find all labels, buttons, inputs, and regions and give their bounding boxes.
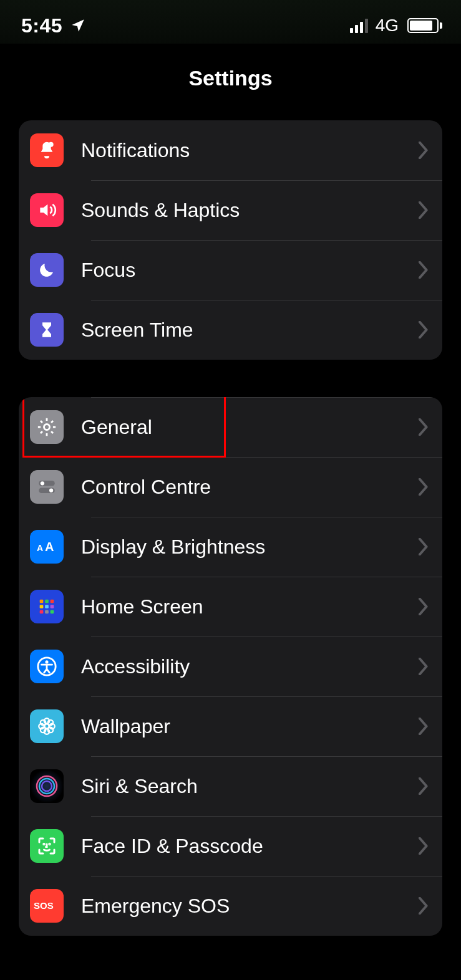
hourglass-icon xyxy=(30,313,64,347)
chevron-right-icon xyxy=(419,478,429,496)
chevron-right-icon xyxy=(419,142,429,159)
status-left: 5:45 xyxy=(21,14,86,37)
switches-icon xyxy=(30,470,64,504)
svg-point-0 xyxy=(49,142,54,147)
row-accessibility[interactable]: Accessibility xyxy=(19,637,442,696)
row-label: Screen Time xyxy=(81,319,419,342)
svg-line-6 xyxy=(41,421,42,423)
page-title: Settings xyxy=(0,66,461,90)
svg-line-7 xyxy=(51,431,53,433)
row-display[interactable]: AA Display & Brightness xyxy=(19,517,442,577)
svg-point-39 xyxy=(44,843,45,845)
svg-rect-22 xyxy=(40,610,44,614)
svg-point-38 xyxy=(42,781,52,791)
svg-point-1 xyxy=(44,424,49,430)
title-bar: Settings xyxy=(0,44,461,120)
svg-line-8 xyxy=(41,431,42,433)
siri-icon xyxy=(30,769,64,803)
row-homescreen[interactable]: Home Screen xyxy=(19,577,442,637)
moon-icon xyxy=(30,253,64,287)
row-label: Emergency SOS xyxy=(81,895,419,918)
svg-rect-20 xyxy=(45,605,49,608)
clock-time: 5:45 xyxy=(21,14,62,37)
chevron-right-icon xyxy=(419,897,429,915)
chevron-right-icon xyxy=(419,201,429,219)
svg-text:SOS: SOS xyxy=(34,900,54,911)
settings-group-2: General Control Centre AA Disp xyxy=(19,397,442,936)
faceid-icon xyxy=(30,829,64,863)
svg-rect-17 xyxy=(45,600,49,603)
location-arrow-icon xyxy=(70,17,86,34)
cellular-signal-icon xyxy=(350,18,368,33)
svg-rect-24 xyxy=(51,610,54,614)
row-controlcentre[interactable]: Control Centre xyxy=(19,457,442,517)
chevron-right-icon xyxy=(419,321,429,339)
chevron-right-icon xyxy=(419,598,429,615)
chevron-right-icon xyxy=(419,837,429,855)
row-label: Sounds & Haptics xyxy=(81,199,419,222)
row-sounds[interactable]: Sounds & Haptics xyxy=(19,180,442,240)
gear-icon xyxy=(30,410,64,444)
row-notifications[interactable]: Notifications xyxy=(19,120,442,180)
svg-point-13 xyxy=(49,489,53,492)
row-label: Wallpaper xyxy=(81,715,419,738)
row-faceid[interactable]: Face ID & Passcode xyxy=(19,816,442,876)
svg-point-40 xyxy=(49,843,51,845)
chevron-right-icon xyxy=(419,658,429,675)
chevron-right-icon xyxy=(419,418,429,436)
row-label: Display & Brightness xyxy=(81,536,419,559)
row-screentime[interactable]: Screen Time xyxy=(19,300,442,360)
svg-point-26 xyxy=(45,660,48,663)
svg-rect-21 xyxy=(51,605,54,608)
sos-icon: SOS xyxy=(30,889,64,923)
svg-line-9 xyxy=(51,421,53,423)
settings-content: Notifications Sounds & Haptics Focus xyxy=(0,120,461,961)
settings-group-1: Notifications Sounds & Haptics Focus xyxy=(19,120,442,360)
row-wallpaper[interactable]: Wallpaper xyxy=(19,696,442,756)
appgrid-icon xyxy=(30,590,64,623)
row-label: Home Screen xyxy=(81,595,419,618)
chevron-right-icon xyxy=(419,261,429,279)
svg-text:A: A xyxy=(45,540,54,554)
row-label: Control Centre xyxy=(81,476,419,499)
row-label: Accessibility xyxy=(81,655,419,678)
row-label: Siri & Search xyxy=(81,775,419,798)
svg-rect-16 xyxy=(40,600,44,603)
row-label: Face ID & Passcode xyxy=(81,835,419,858)
chevron-right-icon xyxy=(419,777,429,795)
svg-rect-18 xyxy=(51,600,54,603)
status-right: 4G xyxy=(350,16,442,36)
status-bar: 5:45 4G xyxy=(0,0,461,44)
row-label: Focus xyxy=(81,259,419,282)
row-sos[interactable]: SOS Emergency SOS xyxy=(19,876,442,936)
chevron-right-icon xyxy=(419,538,429,555)
flower-icon xyxy=(30,709,64,743)
row-siri[interactable]: Siri & Search xyxy=(19,756,442,816)
battery-icon xyxy=(407,18,442,33)
svg-text:A: A xyxy=(37,543,43,553)
svg-rect-19 xyxy=(40,605,44,608)
row-label: General xyxy=(81,416,419,439)
textsize-icon: AA xyxy=(30,530,64,564)
row-general[interactable]: General xyxy=(19,397,442,457)
accessibility-icon xyxy=(30,650,64,683)
row-focus[interactable]: Focus xyxy=(19,240,442,300)
network-label: 4G xyxy=(376,16,399,36)
speaker-icon xyxy=(30,193,64,227)
svg-rect-23 xyxy=(45,610,49,614)
chevron-right-icon xyxy=(419,718,429,735)
svg-point-11 xyxy=(41,481,44,485)
bell-icon xyxy=(30,133,64,167)
row-label: Notifications xyxy=(81,139,419,162)
